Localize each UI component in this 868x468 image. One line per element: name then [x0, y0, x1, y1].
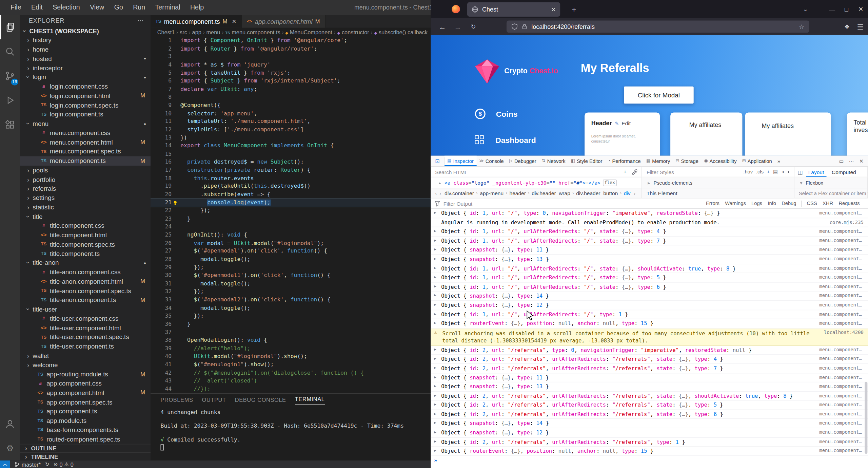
- console-message[interactable]: ▶Object { id: 1, url: "/", urlAfterRedir…: [431, 227, 868, 237]
- devtools-tab-style-editor[interactable]: ◧Style Editor: [568, 156, 605, 166]
- console-source-link[interactable]: menu.component.ts:21: [819, 373, 864, 382]
- print-simulation-icon[interactable]: ▤: [773, 169, 778, 174]
- console-source-link[interactable]: menu.component.ts:21: [819, 301, 864, 309]
- console-message[interactable]: ⚠Scroll anchoring was disabled in a scro…: [431, 329, 868, 346]
- expand-arrow-icon[interactable]: ▶: [434, 255, 438, 263]
- edit-button[interactable]: Edit: [622, 120, 631, 126]
- console-message[interactable]: Angular is running in development mode. …: [431, 218, 868, 227]
- menu-terminal[interactable]: Terminal: [150, 0, 185, 15]
- url-bar[interactable]: localhost:4200/referrals ☆: [507, 20, 809, 33]
- source-control-icon[interactable]: 19: [0, 64, 20, 88]
- close-icon[interactable]: ✕: [232, 18, 236, 24]
- devtools-tab-inspector[interactable]: ▤Inspector: [445, 156, 476, 166]
- devtools-tab-debugger[interactable]: ▷Debugger: [507, 156, 539, 166]
- new-tab-button[interactable]: +: [568, 3, 580, 16]
- devtools-tab-memory[interactable]: ▦Memory: [644, 156, 673, 166]
- outline-section[interactable]: › OUTLINE: [20, 444, 151, 452]
- close-tab-icon[interactable]: ✕: [551, 6, 556, 13]
- breadcrumb-item[interactable]: ◆ MenuComponent: [285, 29, 332, 35]
- console-message[interactable]: ▶Object { id: 1, url: "/", urlAfterRedir…: [431, 264, 868, 273]
- tree-folder-statistic[interactable]: ›statistic: [20, 203, 151, 212]
- click-for-modal-button[interactable]: Click for Modal: [624, 87, 694, 104]
- tree-file-title-user.component.ts[interactable]: TStitle-user.component.ts: [20, 342, 151, 351]
- expand-arrow-icon[interactable]: ▶: [434, 410, 438, 418]
- console-source-link[interactable]: core.mjs:235: [830, 218, 864, 227]
- console-scrollbar[interactable]: [865, 209, 867, 468]
- console-source-link[interactable]: menu.component.ts:21: [819, 401, 864, 409]
- devtools-tab-accessibility[interactable]: ◉Accessibility: [701, 156, 739, 166]
- console-message[interactable]: ▶Object { id: 1, url: "/", urlAfterRedir…: [431, 237, 868, 246]
- tree-folder-login[interactable]: ›login●: [20, 73, 151, 82]
- console-message[interactable]: ▶Object { id: 1, url: "/", urlAfterRedir…: [431, 310, 868, 319]
- tree-file-title-user.component.html[interactable]: <>title-user.component.html: [20, 323, 151, 332]
- devtools-tab-application[interactable]: ⊞Application: [739, 156, 775, 166]
- account-icon[interactable]: [0, 412, 20, 436]
- console-message[interactable]: ▶Object { snapshot: {…}, type: 13 }menu.…: [431, 382, 868, 392]
- console-source-link[interactable]: menu.component.ts:21: [819, 255, 864, 263]
- console-message[interactable]: ▶Object { id: 2, url: "/referrals", urlA…: [431, 355, 868, 364]
- console-message[interactable]: ▶Object { id: 2, url: "/referrals", urlA…: [431, 410, 868, 419]
- tree-folder-portfolio[interactable]: ›portfolio: [20, 175, 151, 184]
- tree-file-login.component.ts[interactable]: TSlogin.component.ts: [20, 110, 151, 119]
- console-message[interactable]: ▶Object { snapshot: {…}, type: 12 }menu.…: [431, 428, 868, 437]
- tree-folder-title[interactable]: ›title: [20, 212, 151, 221]
- tree-file-menu.component.spec.ts[interactable]: TSmenu.component.spec.ts: [20, 147, 151, 156]
- tree-folder-interceptor[interactable]: ›interceptor: [20, 63, 151, 73]
- console-message[interactable]: ▶Object { snapshot: {…}, type: 14 }menu.…: [431, 292, 868, 301]
- tree-folder-wallet[interactable]: ›wallet: [20, 351, 151, 360]
- expand-arrow-icon[interactable]: ▶: [434, 345, 438, 354]
- expand-arrow-icon[interactable]: ▶: [434, 319, 438, 328]
- close-devtools-icon[interactable]: ✕: [857, 158, 866, 164]
- tree-file-title-anon.component.css[interactable]: #title-anon.component.css: [20, 267, 151, 277]
- lightbulb-icon[interactable]: [173, 200, 178, 205]
- tree-file-title-anon.component.spec.ts[interactable]: TStitle-anon.component.spec.ts: [20, 286, 151, 295]
- console-message[interactable]: ▶Object { id: 2, url: "/referrals", type…: [431, 345, 868, 355]
- console-source-link[interactable]: menu.component.ts:21: [819, 437, 864, 446]
- tree-folder-hosted[interactable]: ›hosted●: [20, 54, 151, 63]
- forward-icon[interactable]: →: [452, 21, 464, 32]
- filter-logs[interactable]: Logs: [749, 201, 765, 206]
- panel-tab-output[interactable]: OUTPUT: [202, 394, 226, 405]
- expand-arrow-icon[interactable]: ▶: [434, 419, 438, 428]
- devtools-tab-console[interactable]: ≫Console: [476, 156, 507, 166]
- console-source-link[interactable]: menu.component.ts:21: [819, 419, 864, 428]
- tree-folder-home[interactable]: ›home: [20, 45, 151, 54]
- panel-tab-debug-console[interactable]: DEBUG CONSOLE: [235, 394, 286, 405]
- expand-arrow-icon[interactable]: ▶: [434, 373, 438, 382]
- filter-info[interactable]: Info: [765, 201, 779, 206]
- breadcrumb-forward-icon[interactable]: ›: [438, 190, 442, 196]
- more-tabs-button[interactable]: »: [775, 156, 783, 166]
- tree-folder-settings[interactable]: ›settings: [20, 193, 151, 202]
- console-source-link[interactable]: menu.component.ts:21: [819, 292, 864, 300]
- scrollbar-thumb[interactable]: [865, 382, 867, 454]
- devtools-tab-performance[interactable]: ◔Performance: [605, 156, 643, 166]
- git-branch-item[interactable]: master*: [14, 461, 40, 467]
- problems-item[interactable]: ⊗0 ⚠0: [54, 461, 73, 467]
- console-source-link[interactable]: menu.component.ts:21: [819, 355, 864, 363]
- breadcrumb-item[interactable]: src: [180, 29, 187, 35]
- console-message[interactable]: ▶Object { snapshot: {…}, type: 11 }menu.…: [431, 373, 868, 382]
- flexbox-section[interactable]: ▾Flexbox: [794, 177, 868, 188]
- console-message[interactable]: ▶Object { id: 1, url: "/", type: 0, navi…: [431, 209, 868, 218]
- expand-arrow-icon[interactable]: ▶: [434, 301, 438, 309]
- console-prompt[interactable]: »: [431, 456, 868, 465]
- tree-folder-referrals[interactable]: ›referrals: [20, 184, 151, 193]
- filter-css[interactable]: CSS: [804, 201, 820, 206]
- url-text[interactable]: localhost:4200/referrals: [531, 23, 795, 30]
- edit-pencil-icon[interactable]: ✎: [615, 121, 619, 126]
- expand-arrow-icon[interactable]: ▶: [434, 310, 438, 319]
- tree-file-routed-component.spec.ts[interactable]: TSrouted-component.spec.ts: [20, 434, 151, 444]
- search-icon[interactable]: [0, 39, 20, 64]
- workspace-header[interactable]: › CHEST1 (WORKSPACE): [20, 26, 151, 36]
- devtools-tab-network[interactable]: ⇅Network: [539, 156, 568, 166]
- console-source-link[interactable]: menu.component.ts:21: [819, 364, 864, 372]
- node-breadcrumb[interactable]: div: [622, 190, 632, 196]
- expand-arrow-icon[interactable]: ▶: [434, 273, 438, 282]
- console-message[interactable]: ▶Object { routerEvent: {…}, position: nu…: [431, 319, 868, 329]
- expand-arrow-icon[interactable]: ▶: [434, 282, 438, 291]
- tab-menu-component-ts[interactable]: TS menu.component.ts M ✕: [151, 15, 242, 28]
- console-message[interactable]: ▶Object { id: 2, url: "/referrals", urlA…: [431, 392, 868, 401]
- tree-file-app.component.ts[interactable]: TSapp.component.ts: [20, 407, 151, 416]
- tree-folder-menu[interactable]: ›menu●: [20, 119, 151, 128]
- this-element-section[interactable]: This Element: [642, 188, 794, 198]
